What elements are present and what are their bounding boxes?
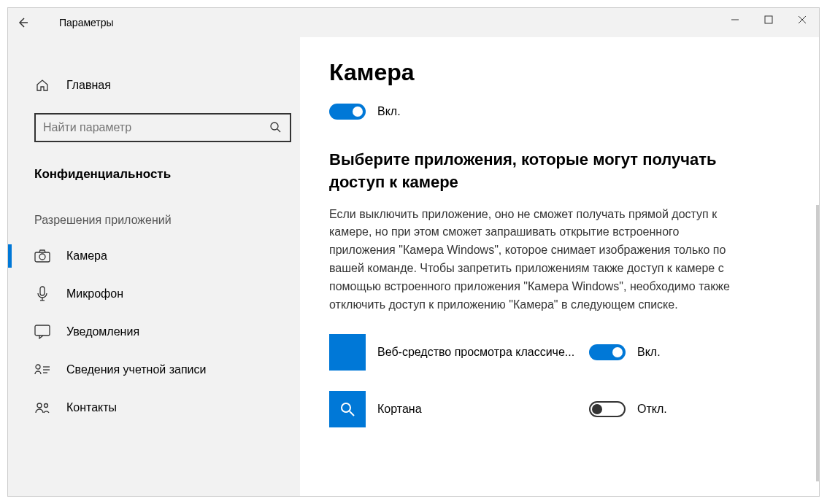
app-toggle-label: Откл. <box>637 403 667 416</box>
sidebar-item-label: Микрофон <box>66 287 123 301</box>
svg-line-6 <box>277 129 280 132</box>
sidebar: Главная Конфиденциальность Разрешения пр… <box>8 37 300 496</box>
settings-window: Параметры Главная <box>7 7 820 497</box>
sidebar-item-notifications[interactable]: Уведомления <box>8 313 300 351</box>
svg-line-20 <box>350 411 354 416</box>
search-input[interactable] <box>43 121 269 134</box>
svg-point-8 <box>39 254 45 260</box>
search-icon <box>269 121 282 134</box>
sidebar-item-label: Контакты <box>66 401 117 414</box>
app-toggle[interactable] <box>589 401 626 417</box>
sub-title: Выберите приложения, которые могут получ… <box>329 149 775 194</box>
app-row: Веб-средство просмотра классиче... Вкл. <box>329 334 775 371</box>
maximize-button[interactable] <box>752 8 785 31</box>
sidebar-item-contacts[interactable]: Контакты <box>8 389 300 427</box>
app-name: Веб-средство просмотра классиче... <box>377 346 589 359</box>
app-row: Кортана Откл. <box>329 391 775 427</box>
sidebar-category: Конфиденциальность <box>8 157 300 192</box>
app-icon-viewer <box>329 334 366 371</box>
notifications-icon <box>34 324 50 340</box>
master-toggle[interactable] <box>329 104 366 120</box>
search-icon <box>339 401 355 417</box>
contacts-icon <box>34 400 50 416</box>
window-body: Главная Конфиденциальность Разрешения пр… <box>8 37 819 496</box>
app-toggle[interactable] <box>589 344 626 360</box>
main-content: Камера Вкл. Выберите приложения, которые… <box>300 37 819 496</box>
minimize-icon <box>731 15 739 24</box>
page-title: Камера <box>329 59 775 86</box>
window-title: Параметры <box>59 17 114 28</box>
sidebar-item-camera[interactable]: Камера <box>8 237 300 275</box>
titlebar: Параметры <box>8 8 819 37</box>
svg-rect-9 <box>40 287 45 295</box>
svg-point-17 <box>37 403 42 408</box>
sidebar-item-account-info[interactable]: Сведения учетной записи <box>8 351 300 389</box>
master-toggle-label: Вкл. <box>377 105 401 118</box>
svg-point-13 <box>36 365 40 369</box>
app-icon-cortana <box>329 391 366 427</box>
close-icon <box>798 15 807 24</box>
svg-point-18 <box>45 404 48 408</box>
svg-rect-12 <box>35 325 50 336</box>
svg-point-19 <box>342 403 350 412</box>
sidebar-item-label: Уведомления <box>66 325 139 338</box>
camera-icon <box>34 248 50 264</box>
app-toggle-label: Вкл. <box>637 346 661 359</box>
sidebar-section-header: Разрешения приложений <box>8 192 300 237</box>
master-toggle-row: Вкл. <box>329 104 775 120</box>
search-box[interactable] <box>34 113 291 142</box>
sidebar-home[interactable]: Главная <box>8 66 300 104</box>
home-icon <box>34 77 50 93</box>
sidebar-home-label: Главная <box>66 79 111 92</box>
svg-point-5 <box>271 123 278 130</box>
microphone-icon <box>34 286 50 302</box>
sidebar-item-microphone[interactable]: Микрофон <box>8 275 300 313</box>
description: Если выключить приложение, оно не сможет… <box>329 206 738 314</box>
maximize-icon <box>764 15 773 24</box>
back-button[interactable] <box>8 8 37 37</box>
close-button[interactable] <box>785 8 819 31</box>
scrollbar[interactable] <box>816 205 819 481</box>
svg-rect-2 <box>765 16 772 23</box>
window-controls <box>718 8 819 31</box>
sidebar-item-label: Камера <box>66 249 107 263</box>
app-name: Кортана <box>377 403 589 416</box>
arrow-left-icon <box>16 16 29 29</box>
account-info-icon <box>34 362 50 378</box>
sidebar-item-label: Сведения учетной записи <box>66 363 206 376</box>
minimize-button[interactable] <box>718 8 752 31</box>
